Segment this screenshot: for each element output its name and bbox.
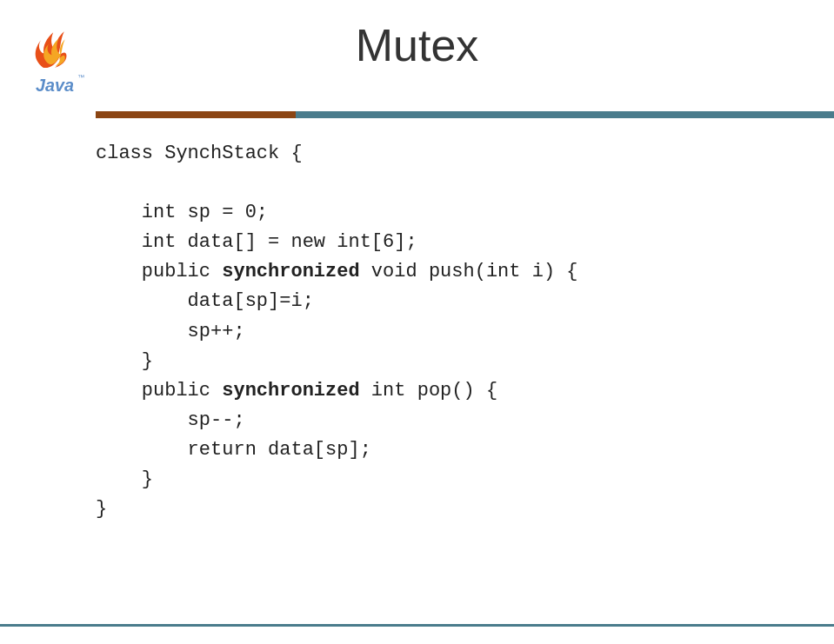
deco-bar-left (96, 111, 296, 118)
code-line-2: int sp = 0; (96, 198, 817, 228)
code-block: class SynchStack { int sp = 0; int data[… (96, 130, 817, 524)
code-line-10: return data[sp]; (96, 435, 817, 465)
keyword-synchronized-2: synchronized (222, 380, 359, 402)
keyword-synchronized-1: synchronized (222, 261, 359, 282)
deco-bar-right (296, 111, 834, 118)
code-line-4: public synchronized void push(int i) { (96, 257, 817, 287)
code-line-7: } (96, 347, 817, 376)
code-line-blank1 (96, 169, 817, 198)
code-line-5: data[sp]=i; (96, 287, 817, 316)
code-line-9: sp--; (96, 406, 817, 435)
code-line-12: } (96, 495, 817, 524)
bottom-decorative-line (0, 624, 834, 627)
code-line-6: sp++; (96, 317, 817, 347)
deco-bar (96, 111, 834, 118)
svg-text:™: ™ (77, 74, 84, 82)
code-content: class SynchStack { int sp = 0; int data[… (96, 130, 817, 609)
svg-text:Java: Java (36, 76, 74, 95)
code-line-8: public synchronized int pop() { (96, 376, 817, 406)
page-title: Mutex (356, 19, 479, 71)
code-line-3: int data[] = new int[6]; (96, 228, 817, 257)
code-line-1: class SynchStack { (96, 139, 817, 169)
code-line-11: } (96, 465, 817, 495)
java-logo: Java ™ (16, 10, 94, 93)
